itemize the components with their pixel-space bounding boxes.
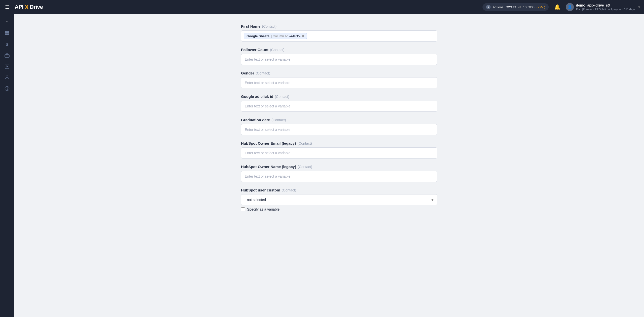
field-group-google-ad-click-id: Google ad click id (Contact)	[241, 94, 437, 112]
logo-x: X	[24, 3, 29, 11]
field-input-gender[interactable]	[241, 77, 437, 88]
dropdown-chevron-icon: ▾	[431, 197, 433, 202]
field-label-sub-gender: (Contact)	[256, 71, 270, 75]
actions-total: 100'000	[523, 5, 535, 9]
field-label-text-follower-count: Follower Count	[241, 48, 268, 52]
field-input-follower-count[interactable]	[241, 54, 437, 65]
svg-rect-0	[5, 31, 7, 33]
user-info: demo_apix-drive_s3 Plan |Premium PRO| le…	[576, 3, 635, 11]
tag-separator: | Column A:	[271, 34, 288, 38]
field-group-hubspot-owner-email: HubSpot Owner Email (legacy) (Contact)	[241, 141, 437, 158]
svg-text:?: ?	[7, 87, 9, 91]
field-label-sub-hubspot-owner-email: (Contact)	[297, 141, 312, 145]
info-icon: i	[486, 5, 491, 9]
field-input-first-name[interactable]: Google Sheets | Column A: «Mark» ×	[241, 30, 437, 42]
svg-point-9	[6, 76, 8, 78]
field-label-text-graduation-date: Graduation date	[241, 118, 270, 122]
field-label-sub-hubspot-owner-name: (Contact)	[298, 165, 312, 169]
sidebar-item-user[interactable]	[2, 72, 12, 83]
hamburger-button[interactable]: ☰	[4, 3, 11, 11]
field-dropdown-hubspot-user-custom[interactable]: - not selected - ▾	[241, 194, 437, 205]
field-group-follower-count: Follower Count (Contact)	[241, 48, 437, 65]
sidebar: ⌂ $	[0, 14, 14, 317]
field-group-hubspot-owner-name: HubSpot Owner Name (legacy) (Contact)	[241, 165, 437, 182]
svg-text:$: $	[6, 42, 8, 47]
field-label-text-google-ad-click-id: Google ad click id	[241, 94, 273, 99]
svg-marker-8	[7, 65, 8, 67]
field-label-hubspot-user-custom: HubSpot user custom (Contact)	[241, 188, 437, 192]
actions-of: of	[518, 5, 521, 9]
field-input-hubspot-owner-email[interactable]	[241, 147, 437, 158]
content-area: First Name (Contact) Google Sheets | Col…	[14, 14, 644, 317]
field-label-sub-follower-count: (Contact)	[270, 48, 285, 52]
field-label-text-hubspot-owner-name: HubSpot Owner Name (legacy)	[241, 165, 296, 169]
field-label-hubspot-owner-name: HubSpot Owner Name (legacy) (Contact)	[241, 165, 437, 169]
field-input-hubspot-owner-name[interactable]	[241, 171, 437, 182]
sidebar-item-dollar[interactable]: $	[2, 39, 12, 49]
field-label-text-hubspot-owner-email: HubSpot Owner Email (legacy)	[241, 141, 296, 145]
user-avatar: 👤	[566, 3, 574, 11]
tag-value: «Mark»	[289, 34, 301, 38]
field-input-google-ad-click-id[interactable]	[241, 101, 437, 112]
field-label-sub-graduation-date: (Contact)	[271, 118, 286, 122]
svg-rect-3	[7, 33, 9, 35]
field-label-follower-count: Follower Count (Contact)	[241, 48, 437, 52]
field-label-sub-google-ad-click-id: (Contact)	[275, 95, 289, 99]
dropdown-value-hubspot-user-custom: - not selected -	[245, 198, 268, 202]
logo-drive: Drive	[30, 4, 43, 10]
field-group-gender: Gender (Contact)	[241, 71, 437, 88]
actions-label: Actions:	[493, 5, 504, 9]
field-label-sub-hubspot-user-custom: (Contact)	[282, 188, 296, 192]
actions-count: 22'137	[506, 5, 516, 9]
user-name: demo_apix-drive_s3	[576, 3, 635, 8]
field-label-sub-first-name: (Contact)	[262, 24, 277, 28]
field-label-text-hubspot-user-custom: HubSpot user custom	[241, 188, 280, 192]
field-label-graduation-date: Graduation date (Contact)	[241, 118, 437, 122]
bell-button[interactable]: 🔔	[553, 3, 562, 12]
user-menu[interactable]: 👤 demo_apix-drive_s3 Plan |Premium PRO| …	[566, 3, 640, 11]
specify-as-variable-checkbox[interactable]	[241, 207, 245, 211]
tag-source: Google Sheets	[247, 34, 269, 38]
actions-pct: (22%)	[537, 5, 545, 9]
svg-rect-1	[7, 31, 9, 33]
field-label-text-gender: Gender	[241, 71, 254, 75]
field-label-gender: Gender (Contact)	[241, 71, 437, 75]
field-group-hubspot-user-custom: HubSpot user custom (Contact) - not sele…	[241, 188, 437, 211]
field-input-graduation-date[interactable]	[241, 124, 437, 135]
field-label-hubspot-owner-email: HubSpot Owner Email (legacy) (Contact)	[241, 141, 437, 145]
field-label-first-name: First Name (Contact)	[241, 24, 437, 28]
chevron-down-icon: ▾	[638, 5, 640, 9]
field-group-first-name: First Name (Contact) Google Sheets | Col…	[241, 24, 437, 42]
form-section: First Name (Contact) Google Sheets | Col…	[241, 24, 437, 211]
specify-as-variable-label: Specify as a variable	[247, 207, 279, 211]
field-label-google-ad-click-id: Google ad click id (Contact)	[241, 94, 437, 99]
main-panel: First Name (Contact) Google Sheets | Col…	[34, 14, 644, 317]
sidebar-item-home[interactable]: ⌂	[2, 17, 12, 27]
checkbox-row-hubspot-user-custom: Specify as a variable	[241, 207, 437, 211]
sidebar-item-briefcase[interactable]	[2, 50, 12, 60]
sidebar-item-help[interactable]: ?	[2, 84, 12, 94]
logo: APIXDrive	[15, 3, 43, 11]
field-group-graduation-date: Graduation date (Contact)	[241, 118, 437, 135]
tag-close-button[interactable]: ×	[302, 34, 304, 38]
left-panel	[14, 14, 34, 317]
sidebar-item-grid[interactable]	[2, 28, 12, 38]
user-plan: Plan |Premium PRO| left until payment 31…	[576, 8, 635, 11]
tag-badge-first-name: Google Sheets | Column A: «Mark» ×	[244, 33, 307, 39]
sidebar-item-play[interactable]	[2, 61, 12, 71]
field-label-text-first-name: First Name	[241, 24, 261, 28]
topnav: ☰ APIXDrive i Actions: 22'137 of 100'000…	[0, 0, 644, 14]
svg-rect-2	[5, 33, 7, 35]
main-layout: ⌂ $	[0, 14, 644, 317]
logo-api: API	[15, 4, 23, 10]
actions-badge: i Actions: 22'137 of 100'000 (22%)	[482, 3, 549, 11]
